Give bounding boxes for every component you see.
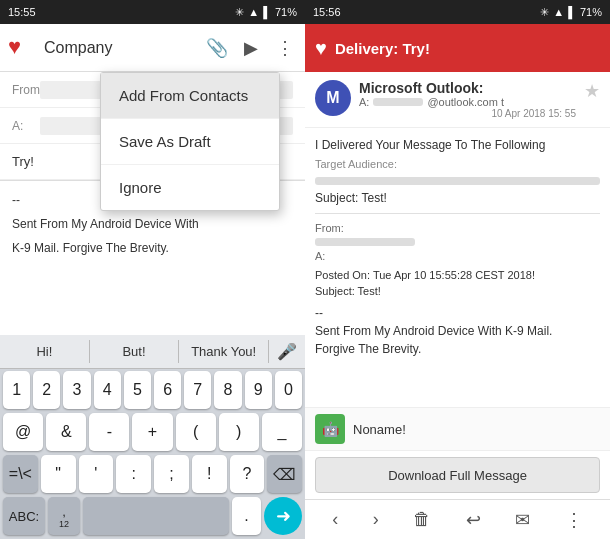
subject-text[interactable]: Try! (12, 154, 34, 169)
body2-line2: Forgive The Brevity. (315, 340, 600, 358)
key-space[interactable] (83, 497, 229, 535)
key-at[interactable]: @ (3, 413, 43, 451)
key-underscore[interactable]: _ (262, 413, 302, 451)
nav-reply[interactable]: ↩ (458, 505, 489, 535)
app-bar-actions: 📎 ▶ ⋮ (205, 36, 297, 60)
nav-more[interactable]: ⋮ (557, 505, 591, 535)
suggestion-2[interactable]: But! (90, 340, 180, 363)
left-status-time: 15:55 (8, 6, 36, 18)
r-battery-text: 71% (580, 6, 602, 18)
key-num-top: , (62, 504, 66, 519)
left-time: 15:55 (8, 6, 36, 18)
r-wifi-icon: ▲ (553, 6, 564, 18)
download-btn[interactable]: Download Full Message (315, 457, 600, 493)
suggestion-3[interactable]: Thank You! (179, 340, 269, 363)
sender-email-row: A: @outlook.com t (359, 96, 576, 108)
nav-prev[interactable]: ‹ (324, 505, 346, 534)
symbol-row-2: =\< " ' : ; ! ? ⌫ (0, 453, 305, 495)
key-dquote[interactable]: " (41, 455, 76, 493)
key-3[interactable]: 3 (63, 371, 90, 409)
right-logo: ♥ (315, 37, 327, 60)
r-signal-icon: ▌ (568, 6, 576, 18)
redacted-audience (315, 177, 600, 185)
mic-icon[interactable]: 🎤 (269, 342, 305, 361)
right-app-bar: ♥ Delivery: Try! (305, 24, 610, 72)
target-label: Target Audience: (315, 156, 600, 173)
sender-avatar: M (315, 80, 351, 116)
key-equals[interactable]: =\< (3, 455, 38, 493)
subject2-label: Subject: Test! (315, 283, 600, 300)
keyboard: Hi! But! Thank You! 🎤 1 2 3 4 5 6 7 8 9 … (0, 335, 305, 539)
nav-delete[interactable]: 🗑 (405, 505, 439, 534)
delivered-msg: I Delivered Your Message To The Followin… (315, 136, 600, 154)
nav-mail[interactable]: ✉ (507, 505, 538, 535)
to-label: A: (12, 119, 40, 133)
app-logo: ♥ (8, 34, 36, 62)
key-5[interactable]: 5 (124, 371, 151, 409)
wifi-icon: ▲ (248, 6, 259, 18)
email-content: I Delivered Your Message To The Followin… (305, 128, 610, 407)
number-row: 1 2 3 4 5 6 7 8 9 0 (0, 369, 305, 411)
right-app-title: Delivery: Try! (335, 40, 600, 57)
key-7[interactable]: 7 (184, 371, 211, 409)
key-4[interactable]: 4 (94, 371, 121, 409)
dash-line: -- (315, 304, 600, 322)
left-app-bar: ♥ Company 📎 ▶ ⋮ (0, 24, 305, 72)
menu-item-ignore[interactable]: Ignore (101, 165, 279, 210)
email-redacted (373, 98, 423, 106)
menu-item-add-contacts[interactable]: Add From Contacts (101, 73, 279, 119)
key-colon[interactable]: : (116, 455, 151, 493)
key-question[interactable]: ? (230, 455, 265, 493)
key-send[interactable]: ➜ (264, 497, 302, 535)
key-squote[interactable]: ' (79, 455, 114, 493)
from-redacted (315, 238, 415, 246)
keyboard-bottom-row: ABC: , 12 . ➜ (0, 495, 305, 539)
menu-item-save-draft[interactable]: Save As Draft (101, 119, 279, 165)
key-num-bot: 12 (59, 519, 69, 529)
key-abc[interactable]: ABC: (3, 497, 45, 535)
noname-icon: 🤖 (315, 414, 345, 444)
nav-next[interactable]: › (365, 505, 387, 534)
more-icon[interactable]: ⋮ (273, 36, 297, 60)
key-amp[interactable]: & (46, 413, 86, 451)
key-dot[interactable]: . (232, 497, 261, 535)
key-2[interactable]: 2 (33, 371, 60, 409)
left-status-bar: 15:55 ✳ ▲ ▌ 71% (0, 0, 305, 24)
email-preview: M Microsoft Outlook: A: @outlook.com t 1… (305, 72, 610, 499)
key-8[interactable]: 8 (214, 371, 241, 409)
left-panel: 15:55 ✳ ▲ ▌ 71% ♥ Company 📎 ▶ ⋮ From A: … (0, 0, 305, 539)
dropdown-menu: Add From Contacts Save As Draft Ignore (100, 72, 280, 211)
key-1[interactable]: 1 (3, 371, 30, 409)
key-backspace[interactable]: ⌫ (267, 455, 302, 493)
key-exclaim[interactable]: ! (192, 455, 227, 493)
body-line2: Sent From My Android Device With (12, 215, 293, 233)
star-icon[interactable]: ★ (584, 80, 600, 119)
noname-text: Noname! (353, 422, 406, 437)
body-line3: K-9 Mail. Forgive The Brevity. (12, 239, 293, 257)
key-semicolon[interactable]: ; (154, 455, 189, 493)
key-num-comma[interactable]: , 12 (48, 497, 80, 535)
key-0[interactable]: 0 (275, 371, 302, 409)
sender-info: Microsoft Outlook: A: @outlook.com t 10 … (359, 80, 576, 119)
noname-bar: 🤖 Noname! (305, 407, 610, 451)
keyboard-suggestions: Hi! But! Thank You! 🎤 (0, 335, 305, 369)
right-status-icons: ✳ ▲ ▌ 71% (540, 6, 602, 19)
bottom-nav: ‹ › 🗑 ↩ ✉ ⋮ (305, 499, 610, 539)
key-open-paren[interactable]: ( (176, 413, 216, 451)
email-header: M Microsoft Outlook: A: @outlook.com t 1… (305, 72, 610, 128)
key-dash[interactable]: - (89, 413, 129, 451)
subject-label: Subject: Test! (315, 189, 600, 207)
suggestion-1[interactable]: Hi! (0, 340, 90, 363)
key-9[interactable]: 9 (245, 371, 272, 409)
bluetooth-icon: ✳ (235, 6, 244, 19)
signal-icon: ▌ (263, 6, 271, 18)
body2-line1: Sent From My Android Device With K-9 Mai… (315, 322, 600, 340)
key-plus[interactable]: + (132, 413, 172, 451)
r-bluetooth-icon: ✳ (540, 6, 549, 19)
key-close-paren[interactable]: ) (219, 413, 259, 451)
from-label: From (12, 83, 40, 97)
key-6[interactable]: 6 (154, 371, 181, 409)
attach-icon[interactable]: 📎 (205, 36, 229, 60)
sender-email-suffix: @outlook.com t (427, 96, 504, 108)
send-icon[interactable]: ▶ (239, 36, 263, 60)
